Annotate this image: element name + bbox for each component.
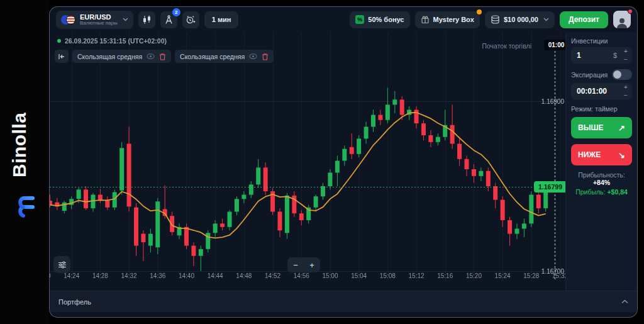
live-status-dot — [57, 39, 61, 43]
countdown-badge: 01:00 — [544, 40, 567, 50]
binolla-logo-icon — [10, 193, 39, 221]
expiration-value: 00:01:00 — [577, 87, 618, 96]
time-tick-label: 14:40 — [172, 272, 200, 279]
time-tick-label: 15:24 — [489, 272, 516, 279]
time-tick-label: 14:28 — [86, 272, 114, 279]
indicator-row: Скользящая средняя Скользящая средняя — [55, 50, 274, 63]
expiration-increase-button[interactable]: + — [621, 83, 631, 91]
expiration-toggle[interactable] — [612, 69, 632, 80]
current-price-badge: 1.16799 — [534, 181, 567, 193]
session-time-row: 26.09.2025 15:31:15 (UTC+02:00) — [57, 37, 167, 45]
profit-line: Прибыль: +$0,84 — [571, 188, 632, 196]
trade-panel: Инвестиции 1 $ + − Экспирация 00:01:00 +… — [565, 32, 637, 292]
profit-label: Прибыль: — [575, 188, 605, 196]
zoom-controls: − + — [287, 257, 320, 272]
indicator-chip[interactable]: Скользящая средняя — [72, 50, 171, 63]
candlestick-chart[interactable] — [50, 32, 567, 287]
lower-button[interactable]: НИЖЕ ↘ — [571, 144, 632, 165]
time-tick-label: 14:24 — [58, 272, 86, 279]
price-axis-label: 1.16900 — [541, 98, 564, 105]
time-tick-label: 15:16 — [431, 272, 459, 279]
chevron-down-icon — [543, 18, 549, 21]
avatar[interactable] — [613, 11, 631, 28]
session-time: 26.09.2025 15:31:15 (UTC+02:00) — [65, 37, 167, 45]
mystery-box-label: Mystery Box — [433, 16, 474, 23]
app-window: EUR/USD Валютные пары — [49, 6, 638, 318]
bonus-chip[interactable]: % 50% бонус — [350, 11, 409, 28]
time-tick-label: 14:36 — [144, 272, 172, 279]
eye-icon[interactable] — [249, 53, 257, 59]
drawing-tools-button[interactable]: 2 — [160, 11, 177, 28]
header-right: % 50% бонус Mystery Box — [350, 11, 631, 28]
trash-icon[interactable] — [159, 53, 166, 60]
chart-region: 26.09.2025 15:31:15 (UTC+02:00) Скользящ… — [50, 32, 567, 287]
expiration-decrease-button[interactable]: − — [621, 91, 631, 99]
time-tick-label: 14:52 — [259, 272, 287, 279]
bonus-label: 50% бонус — [368, 16, 404, 23]
gift-icon — [421, 15, 430, 24]
pair-selector[interactable]: EUR/USD Валютные пары — [56, 11, 133, 29]
profitability-line: Прибыльность: +84% — [571, 171, 632, 186]
chart-settings-button[interactable] — [53, 256, 70, 273]
time-tick-label: 14:44 — [201, 272, 229, 279]
chevron-down-icon — [123, 18, 128, 21]
time-tick-label: 15:00 — [316, 272, 344, 279]
expiration-input[interactable]: 00:01:00 + − — [571, 83, 632, 99]
investment-value: 1 — [577, 51, 613, 60]
coins-icon — [491, 15, 500, 24]
timeframe-selector[interactable]: 1 мин — [204, 11, 239, 28]
indicator-chip[interactable]: Скользящая средняя — [175, 50, 274, 63]
portfolio-label: Портфель — [58, 298, 91, 306]
investment-decrease-button[interactable]: − — [621, 55, 631, 64]
bonus-icon: % — [355, 15, 364, 24]
eye-icon[interactable] — [147, 53, 155, 59]
logo-text: Binolla — [9, 94, 39, 195]
investment-increase-button[interactable]: + — [621, 47, 631, 55]
time-tick-label: 15:32 — [547, 272, 567, 279]
profit-value: +$0,84 — [607, 188, 627, 196]
indicator-name: Скользящая средняя — [77, 53, 142, 60]
alerts-button[interactable] — [182, 11, 199, 28]
profitability-value: +84% — [593, 179, 610, 186]
timeframe-label: 1 мин — [212, 16, 231, 23]
zoom-out-button[interactable]: − — [287, 257, 304, 272]
time-tick-label: 14:48 — [230, 272, 258, 279]
expiration-stepper: + − — [621, 83, 631, 99]
collapse-indicators-button[interactable] — [55, 50, 69, 63]
time-tick-label: 14:56 — [287, 272, 315, 279]
deposit-button[interactable]: Депозит — [560, 11, 608, 28]
time-tick-label: 15:20 — [460, 272, 487, 279]
higher-label: ВЫШЕ — [578, 123, 603, 132]
avatar-notification-dot — [628, 9, 633, 14]
mystery-box-chip[interactable]: Mystery Box — [415, 11, 480, 28]
chart-type-button[interactable] — [138, 11, 155, 28]
profitability-label: Прибыльность: — [578, 171, 625, 179]
currency-symbol: $ — [613, 52, 617, 59]
header: EUR/USD Валютные пары — [50, 7, 637, 32]
pair-symbol: EUR/USD — [80, 13, 118, 21]
header-left: EUR/USD Валютные пары — [56, 11, 238, 29]
arrow-up-right-icon: ↗ — [618, 123, 625, 133]
candlestick-icon — [142, 15, 152, 25]
higher-button[interactable]: ВЫШЕ ↗ — [571, 117, 632, 138]
arrow-down-right-icon: ↘ — [618, 150, 625, 160]
pair-category: Валютные пары — [80, 21, 118, 26]
expiration-label: Экспирация — [571, 71, 608, 79]
time-tick-label: 14:20 — [50, 272, 57, 279]
trash-icon[interactable] — [262, 53, 269, 60]
sliders-icon — [58, 260, 67, 269]
investment-input[interactable]: 1 $ + − — [571, 47, 632, 64]
time-tick-label: 15:04 — [345, 272, 373, 279]
chevron-up-icon[interactable] — [621, 299, 628, 304]
zoom-in-button[interactable]: + — [304, 257, 320, 272]
person-icon — [616, 17, 628, 28]
investment-stepper: + − — [621, 47, 631, 64]
portfolio-bar[interactable]: Портфель — [50, 291, 637, 312]
tools-count-badge: 2 — [172, 8, 180, 16]
time-tick-label: 15:12 — [402, 272, 430, 279]
compass-icon — [164, 15, 174, 25]
investment-label: Инвестиции — [571, 37, 632, 45]
trade-start-label: Початок торгівлі — [482, 42, 531, 50]
balance-selector[interactable]: $10 000,00 — [485, 11, 555, 28]
sidebar: Binolla — [0, 0, 49, 324]
